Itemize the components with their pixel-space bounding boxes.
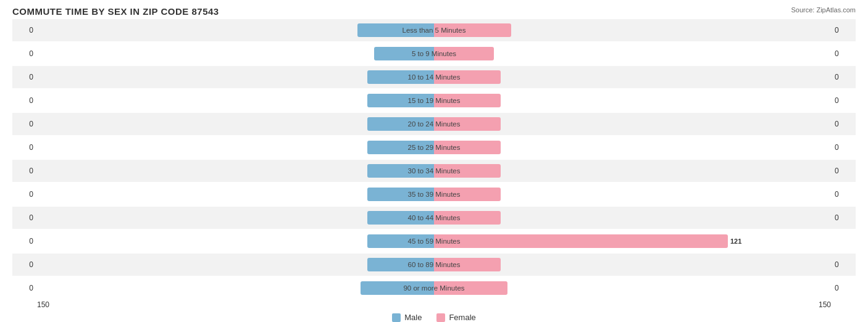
source-label: Source: ZipAtlas.com [791, 6, 856, 14]
male-value: 0 [12, 213, 37, 222]
legend-female: Female [436, 313, 475, 322]
female-value: 0 [831, 213, 856, 222]
bar-center: 5 to 9 Minutes [37, 43, 831, 65]
female-bar [434, 164, 501, 178]
legend-male-label: Male [404, 313, 422, 322]
male-value: 0 [12, 143, 37, 152]
bar-center: 25 to 29 Minutes [37, 136, 831, 159]
female-bar [434, 23, 511, 37]
bar-center: 10 to 14 Minutes [37, 66, 831, 88]
female-bar [434, 47, 494, 60]
bar-row: 035 to 39 Minutes0 [12, 183, 856, 205]
female-value: 0 [831, 96, 856, 105]
bar-row: 030 to 34 Minutes0 [12, 160, 856, 182]
female-bar [434, 258, 501, 271]
male-bar [367, 117, 434, 131]
bar-row: 040 to 44 Minutes0 [12, 207, 856, 229]
bar-center: 20 to 24 Minutes [37, 113, 831, 135]
page-container: COMMUTE TIME BY SEX IN ZIP CODE 87543 So… [12, 6, 856, 322]
male-value: 0 [12, 284, 37, 292]
female-value: 0 [831, 26, 856, 35]
bar-row: 090 or more Minutes0 [12, 277, 856, 299]
male-bar [367, 211, 434, 225]
female-value: 0 [831, 143, 856, 152]
male-value: 0 [12, 73, 37, 81]
male-swatch [392, 313, 401, 322]
bar-row: 05 to 9 Minutes0 [12, 43, 856, 65]
bar-center: 90 or more Minutes [37, 277, 831, 299]
female-swatch [436, 313, 445, 322]
bar-center: 45 to 59 Minutes121 [37, 230, 831, 252]
male-value: 0 [12, 260, 37, 269]
bar-center: 60 to 89 Minutes [37, 254, 831, 276]
female-value: 0 [831, 260, 856, 269]
female-bar [434, 234, 728, 248]
male-value: 0 [12, 167, 37, 175]
bottom-axis: 150 150 [12, 300, 856, 309]
bar-row: 045 to 59 Minutes121 [12, 230, 856, 252]
male-bar [367, 141, 434, 154]
female-value: 0 [831, 120, 856, 128]
male-bar [367, 258, 434, 271]
bar-row: 0Less than 5 Minutes0 [12, 19, 856, 41]
male-bar [367, 94, 434, 107]
male-bar [374, 47, 434, 60]
male-bar [357, 23, 435, 37]
male-bar [367, 164, 434, 178]
bar-center: 15 to 19 Minutes [37, 89, 831, 112]
male-value: 0 [12, 26, 37, 35]
male-bar [367, 70, 434, 84]
axis-right: 150 [819, 300, 831, 309]
female-bar [434, 70, 501, 84]
female-value: 0 [831, 167, 856, 175]
bar-center: Less than 5 Minutes [37, 19, 831, 41]
female-bar [434, 281, 507, 295]
chart-area: 0Less than 5 Minutes005 to 9 Minutes0010… [12, 19, 856, 299]
male-value: 0 [12, 237, 37, 246]
female-bar [434, 141, 501, 154]
female-bar-value: 121 [730, 237, 741, 245]
female-value: 0 [831, 190, 856, 199]
bar-row: 060 to 89 Minutes0 [12, 254, 856, 276]
male-value: 0 [12, 96, 37, 105]
legend-male: Male [392, 313, 422, 322]
female-bar [434, 94, 501, 107]
male-value: 0 [12, 190, 37, 199]
legend-female-label: Female [449, 313, 475, 322]
chart-title: COMMUTE TIME BY SEX IN ZIP CODE 87543 [12, 6, 219, 17]
male-bar [367, 234, 434, 248]
bar-center: 30 to 34 Minutes [37, 160, 831, 182]
axis-left: 150 [37, 300, 49, 309]
male-bar [367, 188, 434, 201]
bar-row: 015 to 19 Minutes0 [12, 89, 856, 112]
female-value: 0 [831, 284, 856, 292]
female-value: 0 [831, 73, 856, 81]
male-bar [361, 281, 434, 295]
male-value: 0 [12, 120, 37, 128]
female-bar [434, 211, 501, 225]
female-bar [434, 188, 501, 201]
bar-center: 35 to 39 Minutes [37, 183, 831, 205]
male-value: 0 [12, 49, 37, 58]
bar-row: 010 to 14 Minutes0 [12, 66, 856, 88]
female-bar [434, 117, 501, 131]
legend: Male Female [12, 313, 856, 322]
bar-center: 40 to 44 Minutes [37, 207, 831, 229]
bar-row: 025 to 29 Minutes0 [12, 136, 856, 159]
female-value: 0 [831, 49, 856, 58]
bar-row: 020 to 24 Minutes0 [12, 113, 856, 135]
